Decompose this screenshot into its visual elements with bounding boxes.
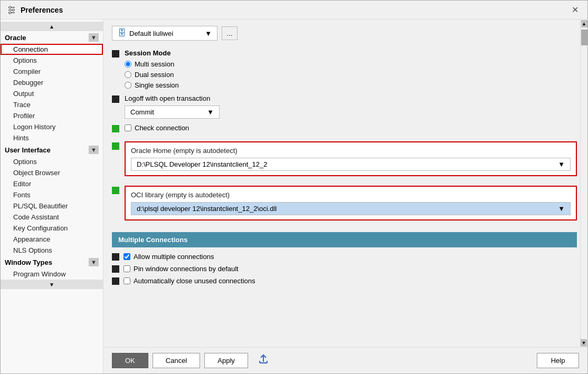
svg-point-3: [9, 6, 11, 8]
radio-dual-session[interactable]: Dual session: [125, 71, 577, 79]
check-connection-checkbox[interactable]: [125, 124, 131, 131]
radio-single-session[interactable]: Single session: [125, 81, 577, 89]
preferences-window: Preferences ✕ ▲ Oracle ▼ Connection Opti…: [0, 0, 588, 374]
connection-row: 🗄 Default liuliwei ▼ ...: [112, 26, 577, 41]
oracle-item-options[interactable]: Options: [1, 55, 103, 66]
logoff-indicator: [112, 95, 119, 103]
session-mode-block: Session Mode Multi session Dual session: [125, 49, 577, 89]
radio-multi-session[interactable]: Multi session: [125, 60, 577, 68]
oracle-item-trace[interactable]: Trace: [1, 99, 103, 110]
oracle-home-block: Oracle Home (empty is autodetect) D:\PLS…: [125, 141, 577, 180]
window-title: Preferences: [21, 6, 63, 14]
oracle-item-logon-history[interactable]: Logon History: [1, 121, 103, 132]
footer: OK Cancel Apply Help: [103, 347, 587, 373]
sidebar-scroll-down[interactable]: ▼: [1, 280, 103, 289]
mc-allow-indicator: [112, 253, 119, 261]
oracle-home-dropdown[interactable]: D:\PLSQL Developer 12\instantclient_12_2…: [131, 158, 571, 171]
ui-item-options[interactable]: Options: [1, 156, 103, 167]
mc-pin-indicator: [112, 265, 119, 273]
oracle-item-connection[interactable]: Connection: [1, 44, 103, 55]
check-connection-text: Check connection: [135, 124, 189, 132]
cancel-button[interactable]: Cancel: [153, 353, 200, 368]
sidebar-section-oracle[interactable]: Oracle ▼: [1, 31, 103, 44]
sidebar-scroll-up[interactable]: ▲: [1, 22, 103, 31]
check-connection-block: Check connection: [125, 124, 577, 137]
oracle-item-debugger[interactable]: Debugger: [1, 77, 103, 88]
ui-item-key-configuration[interactable]: Key Configuration: [1, 223, 103, 234]
ui-item-nls-options[interactable]: NLS Options: [1, 245, 103, 256]
oracle-home-row: Oracle Home (empty is autodetect) D:\PLS…: [112, 141, 577, 180]
preferences-icon: [7, 5, 16, 15]
mc-pin-label-row[interactable]: Pin window connections by default: [124, 265, 239, 273]
commit-dropdown-value: Commit: [130, 108, 154, 116]
connection-dropdown[interactable]: 🗄 Default liuliwei ▼: [112, 26, 217, 41]
mc-row-allow: Allow multiple connections: [112, 253, 577, 261]
oracle-home-label: Oracle Home (empty is autodetect): [131, 147, 571, 155]
oracle-expand-btn[interactable]: ▼: [89, 33, 99, 42]
oracle-item-compiler[interactable]: Compiler: [1, 66, 103, 77]
window-types-expand-btn[interactable]: ▼: [89, 258, 99, 266]
ui-item-code-assistant[interactable]: Code Assistant: [1, 212, 103, 223]
right-scrollbar-track: ▲ ▼: [580, 20, 587, 347]
mc-auto-close-label-row[interactable]: Automatically close unused connections: [124, 277, 255, 285]
right-content: 🗄 Default liuliwei ▼ ... Session Mode: [103, 20, 587, 347]
window-types-section-label: Window Types: [5, 258, 52, 266]
sidebar-section-window-types[interactable]: Window Types ▼: [1, 256, 103, 268]
oci-library-section: OCI library (empty is autodetect) d:\pls…: [125, 186, 577, 220]
wt-item-program-window[interactable]: Program Window: [1, 268, 103, 280]
oracle-item-output[interactable]: Output: [1, 88, 103, 99]
radio-single-session-label: Single session: [135, 81, 179, 89]
vscroll-thumb[interactable]: [581, 30, 587, 45]
oracle-section-label: Oracle: [5, 34, 26, 42]
svg-point-4: [12, 9, 14, 11]
check-connection-row: Check connection: [112, 124, 577, 137]
commit-dropdown[interactable]: Commit ▼: [125, 106, 220, 119]
mc-allow-checkbox[interactable]: [124, 253, 130, 260]
mc-row-auto-close: Automatically close unused connections: [112, 277, 577, 285]
vscroll-up-button[interactable]: ▲: [581, 20, 587, 27]
svg-point-5: [9, 12, 11, 14]
oci-library-dropdown[interactable]: d:\plsql developer 12\instantclient_12_2…: [131, 202, 571, 215]
vscroll-down-button[interactable]: ▼: [581, 339, 587, 347]
title-bar-left: Preferences: [7, 5, 63, 15]
logoff-block: Logoff with open transaction Commit ▼: [125, 94, 577, 119]
oracle-item-hints[interactable]: Hints: [1, 132, 103, 143]
main-content: ▲ Oracle ▼ Connection Options Compiler D…: [1, 20, 587, 373]
close-button[interactable]: ✕: [568, 4, 581, 16]
ui-item-object-browser[interactable]: Object Browser: [1, 167, 103, 178]
sidebar-section-user-interface[interactable]: User Interface ▼: [1, 143, 103, 156]
session-mode-radio-group: Multi session Dual session Single sessio…: [125, 60, 577, 89]
mc-pin-checkbox[interactable]: [124, 265, 130, 272]
mc-auto-close-checkbox[interactable]: [124, 277, 130, 284]
ok-button[interactable]: OK: [112, 353, 148, 368]
help-button[interactable]: Help: [537, 353, 579, 368]
mc-allow-text: Allow multiple connections: [134, 253, 214, 261]
radio-multi-session-input[interactable]: [125, 61, 131, 68]
connection-dropdown-label: Default liuliwei: [129, 30, 202, 37]
ui-item-appearance[interactable]: Appearance: [1, 234, 103, 245]
mc-auto-close-text: Automatically close unused connections: [134, 277, 255, 285]
oci-library-row: OCI library (empty is autodetect) d:\pls…: [112, 186, 577, 227]
oracle-item-profiler[interactable]: Profiler: [1, 110, 103, 121]
ui-item-editor[interactable]: Editor: [1, 178, 103, 189]
radio-single-session-input[interactable]: [125, 82, 131, 89]
apply-button[interactable]: Apply: [204, 353, 248, 368]
ui-item-fonts[interactable]: Fonts: [1, 189, 103, 200]
radio-multi-session-label: Multi session: [135, 60, 174, 68]
radio-dual-session-label: Dual session: [135, 71, 174, 79]
radio-dual-session-input[interactable]: [125, 71, 131, 78]
logoff-row: Logoff with open transaction Commit ▼: [112, 94, 577, 119]
session-mode-row: Session Mode Multi session Dual session: [112, 49, 577, 89]
check-connection-label-row[interactable]: Check connection: [125, 124, 577, 132]
conn-db-icon: 🗄: [118, 28, 126, 38]
upload-button[interactable]: [252, 351, 274, 370]
commit-dropdown-arrow-icon: ▼: [207, 108, 214, 116]
mc-allow-label-row[interactable]: Allow multiple connections: [124, 253, 214, 261]
oracle-home-arrow-icon: ▼: [558, 160, 565, 168]
ui-item-plsql-beautifier[interactable]: PL/SQL Beautifier: [1, 200, 103, 212]
user-interface-expand-btn[interactable]: ▼: [89, 146, 99, 154]
conn-more-button[interactable]: ...: [222, 26, 238, 40]
oracle-home-section: Oracle Home (empty is autodetect) D:\PLS…: [125, 141, 577, 176]
oci-library-value: d:\plsql developer 12\instantclient_12_2…: [137, 205, 277, 213]
oci-library-label: OCI library (empty is autodetect): [131, 191, 571, 199]
